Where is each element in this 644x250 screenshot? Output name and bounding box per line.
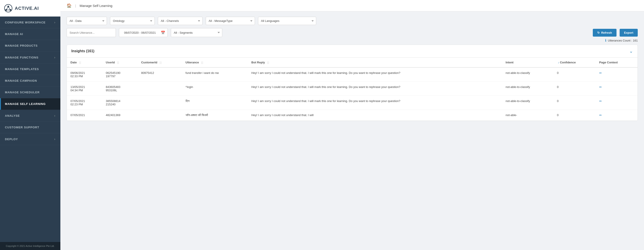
col-confidence: ↕ Confidence: [554, 58, 596, 67]
cell-date: 07/05/2021: [67, 110, 102, 121]
sidebar-item-manage-products[interactable]: MANAGE PRODUCTS: [0, 40, 60, 52]
sidebar-item-label: MANAGE PRODUCTS: [5, 44, 38, 47]
chevron-right-icon: ›: [54, 20, 56, 24]
sidebar-nav: CONFIGURE WORKSPACE›MANAGE AIMANAGE PROD…: [0, 16, 60, 145]
export-label: Export: [624, 31, 633, 34]
edit-icon[interactable]: ✏: [599, 99, 602, 103]
col-userid: UserId: [102, 58, 138, 67]
cell-utterance: जॉन-अश्वरा की फिल्मों: [182, 110, 248, 121]
insights-panel: Insights (161) ⌄ Date UserId CustomerId …: [67, 45, 638, 121]
col-bot-reply: Bot Reply: [248, 58, 502, 67]
edit-icon[interactable]: ✏: [599, 113, 602, 117]
cell-userid: 062545190 197797: [102, 67, 138, 82]
insights-table: Date UserId CustomerId Utterance Bot Rep…: [67, 58, 638, 121]
insights-table-body: 09/06/2021 02:33 PM062545190 19779780975…: [67, 67, 638, 121]
cell-userid: 385508814 215240: [102, 96, 138, 110]
languages-filter[interactable]: All Languages: [258, 17, 316, 25]
col-utterance: Utterance: [182, 58, 248, 67]
date-range-picker[interactable]: 📅: [119, 28, 168, 37]
table-head: Date UserId CustomerId Utterance Bot Rep…: [67, 58, 638, 67]
sidebar-item-label: ANALYSE: [5, 114, 20, 118]
table-header-row: Date UserId CustomerId Utterance Bot Rep…: [67, 58, 638, 67]
svg-line-4: [6, 6, 8, 10]
utterance-count-row: ℹ Utterances Count : 161: [67, 38, 638, 42]
chevron-right-icon: ›: [54, 137, 56, 141]
sidebar-item-deploy[interactable]: DEPLOY›: [0, 133, 60, 145]
cell-userid: 482401369: [102, 110, 138, 121]
cell-bot-reply: Hey! I am sorry I could not understand t…: [248, 67, 502, 82]
filter-row-1: All - Data Ontology All - Channels All -…: [67, 17, 638, 25]
cell-confidence: 0: [554, 82, 596, 96]
export-button[interactable]: Export: [620, 29, 638, 37]
cell-confidence: 0: [554, 96, 596, 110]
cell-page-context: ✏: [596, 96, 638, 110]
sidebar-item-manage-ai[interactable]: MANAGE AI: [0, 28, 60, 40]
logo-area: ACTIVE.AI: [0, 0, 60, 16]
svg-point-0: [4, 4, 12, 12]
table-row: 13/05/2021 04:34 PM843605483 953106L^log…: [67, 82, 638, 96]
sidebar-item-manage-self-learning[interactable]: MANAGE SELF LEARNING: [0, 98, 60, 110]
sidebar-item-analyse[interactable]: ANALYSE›: [0, 110, 60, 122]
home-icon[interactable]: 🏠: [67, 3, 72, 8]
col-customerid: CustomerId: [138, 58, 182, 67]
chevron-right-icon: ›: [54, 114, 56, 118]
search-utterance-input[interactable]: [67, 28, 116, 37]
logo-icon: [4, 4, 12, 12]
cell-customerid: [138, 110, 182, 121]
logo-text: ACTIVE.AI: [15, 6, 39, 11]
resize-handle-utterance[interactable]: [202, 61, 203, 64]
col-page-context: Page Context: [596, 58, 638, 67]
resize-handle-date[interactable]: [80, 61, 81, 64]
edit-icon[interactable]: ✏: [599, 71, 602, 75]
topbar: 🏠 | Manage Self Learning: [60, 0, 644, 11]
resize-handle-bot-reply[interactable]: [268, 61, 269, 64]
sidebar-item-manage-scheduler[interactable]: MANAGE SCHEDULER: [0, 87, 60, 98]
table-row: 07/05/2021 02:23 PM385508814 215240दिनHe…: [67, 96, 638, 110]
cell-utterance: fund transfer i want do nw: [182, 67, 248, 82]
sidebar-item-manage-functions[interactable]: MANAGE FUNCTIONS›: [0, 52, 60, 63]
cell-utterance: दिन: [182, 96, 248, 110]
sort-icon-confidence[interactable]: ↕: [558, 61, 559, 64]
filter-row-2: 📅 All - Segments ↻ Refresh Export: [67, 28, 638, 37]
cell-intent: not-able-to-classify: [502, 67, 554, 82]
sidebar-item-label: MANAGE CAMPAIGN: [5, 79, 37, 82]
data-filter[interactable]: All - Data: [67, 17, 107, 25]
channels-filter[interactable]: All - Channels: [158, 17, 202, 25]
ontology-filter[interactable]: Ontology: [110, 17, 155, 25]
insights-collapse-icon[interactable]: ⌄: [629, 48, 633, 54]
col-date: Date: [67, 58, 102, 67]
sidebar-item-label: MANAGE AI: [5, 32, 23, 36]
cell-userid: 843605483 953106L: [102, 82, 138, 96]
date-range-input[interactable]: [122, 29, 160, 37]
sidebar-item-manage-templates[interactable]: MANAGE TEMPLATES: [0, 63, 60, 75]
sidebar-item-manage-campaign[interactable]: MANAGE CAMPAIGN: [0, 75, 60, 87]
cell-bot-reply: Hey! I am sorry I could not understand t…: [248, 82, 502, 96]
insights-table-wrap: Date UserId CustomerId Utterance Bot Rep…: [67, 58, 638, 121]
cell-customerid: [138, 82, 182, 96]
insights-header: Insights (161) ⌄: [67, 45, 638, 58]
topbar-separator: |: [75, 4, 76, 7]
cell-bot-reply: Hey! I am sorry I could not understand t…: [248, 110, 502, 121]
refresh-button[interactable]: ↻ Refresh: [593, 29, 616, 37]
cell-customerid: 80975412: [138, 67, 182, 82]
sidebar-item-label: MANAGE SCHEDULER: [5, 91, 40, 94]
table-row: 09/06/2021 02:33 PM062545190 19779780975…: [67, 67, 638, 82]
sidebar: ACTIVE.AI CONFIGURE WORKSPACE›MANAGE AIM…: [0, 0, 60, 250]
sidebar-item-customer-support[interactable]: CUSTOMER SUPPORT: [0, 122, 60, 133]
resize-handle-userid[interactable]: [118, 61, 119, 64]
col-intent: Intent: [502, 58, 554, 67]
content-area: All - Data Ontology All - Channels All -…: [60, 11, 644, 250]
utterance-count: Utterances Count : 161: [608, 39, 638, 42]
cell-intent: not-able-to-classify: [502, 82, 554, 96]
segments-filter[interactable]: All - Segments: [171, 28, 222, 37]
refresh-label: Refresh: [601, 31, 612, 34]
sidebar-item-configure-workspace[interactable]: CONFIGURE WORKSPACE›: [0, 16, 60, 28]
resize-handle-customerid[interactable]: [160, 61, 161, 64]
message-type-filter[interactable]: All - MessageType: [206, 17, 255, 25]
edit-icon[interactable]: ✏: [599, 85, 602, 89]
cell-intent: not-able-to-classify: [502, 96, 554, 110]
sidebar-item-label: DEPLOY: [5, 137, 18, 141]
cell-customerid: [138, 96, 182, 110]
calendar-icon[interactable]: 📅: [161, 31, 165, 35]
table-row: 07/05/2021482401369जॉन-अश्वरा की फिल्मों…: [67, 110, 638, 121]
